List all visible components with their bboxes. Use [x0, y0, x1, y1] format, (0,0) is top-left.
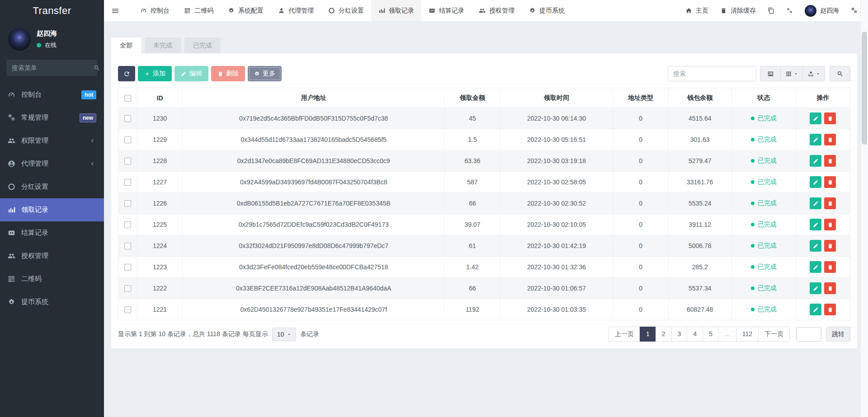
delete-row-button[interactable]: [824, 176, 836, 188]
nav-item-dividend[interactable]: 分红设置: [321, 0, 371, 21]
row-checkbox[interactable]: [124, 285, 131, 292]
records-card: 添加 编辑 删除 更多: [111, 53, 857, 348]
edit-button[interactable]: 编辑: [175, 66, 208, 81]
sidebar-item-qrcode[interactable]: 二维码: [0, 267, 104, 290]
edit-row-button[interactable]: [810, 112, 821, 124]
row-checkbox[interactable]: [124, 306, 131, 313]
table-search-input[interactable]: [668, 66, 756, 81]
delete-row-button[interactable]: [824, 155, 836, 167]
edit-row-button[interactable]: [810, 134, 821, 145]
row-checkbox[interactable]: [124, 179, 131, 186]
delete-row-button[interactable]: [824, 112, 836, 124]
edit-row-button[interactable]: [810, 261, 821, 273]
nav-item-authorization[interactable]: 授权管理: [472, 0, 522, 21]
tab-unfinished[interactable]: 未完成: [145, 37, 181, 53]
page-button-5[interactable]: 5: [703, 327, 719, 342]
scrollbar-thumb[interactable]: [862, 32, 867, 145]
nav-item-agent[interactable]: 代理管理: [271, 0, 321, 21]
row-checkbox[interactable]: [124, 221, 131, 228]
edit-row-button[interactable]: [810, 197, 821, 209]
copy-button[interactable]: [762, 0, 780, 21]
status-dot-icon: [751, 201, 755, 205]
delete-row-button[interactable]: [824, 304, 836, 315]
page-size-select[interactable]: 10: [272, 328, 297, 341]
row-checkbox[interactable]: [124, 136, 131, 143]
edit-row-button[interactable]: [810, 176, 821, 188]
nav-item-settlement-records[interactable]: 结算记录: [421, 0, 472, 21]
row-checkbox[interactable]: [124, 158, 131, 164]
sidebar-item-withdraw[interactable]: 提币系统: [0, 290, 104, 314]
pencil-icon: [813, 286, 819, 291]
cell-address-type: 0: [613, 214, 668, 235]
delete-row-button[interactable]: [824, 219, 836, 230]
row-checkbox[interactable]: [124, 200, 131, 207]
delete-row-button[interactable]: [824, 261, 836, 273]
sidebar-item-general[interactable]: 常规管理new: [0, 106, 104, 129]
search-button[interactable]: [830, 66, 850, 81]
menu-search-input[interactable]: [12, 64, 94, 71]
edit-row-button[interactable]: [810, 282, 821, 294]
caret-down-icon: [816, 72, 820, 76]
delete-row-button[interactable]: [824, 282, 836, 294]
sidebar-item-agent[interactable]: 代理管理: [0, 152, 104, 175]
add-button[interactable]: 添加: [138, 66, 172, 81]
jump-button[interactable]: 跳转: [826, 327, 850, 342]
delete-button[interactable]: 删除: [211, 66, 245, 81]
page-button-112[interactable]: 112: [736, 327, 759, 342]
next-page-button[interactable]: 下一页: [758, 327, 790, 342]
col-address-type: 地址类型: [613, 88, 668, 108]
delete-row-button[interactable]: [824, 240, 836, 252]
cell-address: 0x33EBF2CEE7316a12dE908Aab48512B41A9640d…: [183, 278, 445, 299]
nav-item-withdraw[interactable]: 提币系统: [522, 0, 572, 21]
delete-row-button[interactable]: [824, 197, 836, 209]
user-menu[interactable]: 赵四海: [799, 0, 845, 21]
sidebar-item-settlement-records[interactable]: 结算记录: [0, 221, 104, 244]
sidebar-item-claim-records[interactable]: 领取记录: [0, 198, 104, 221]
select-all-checkbox[interactable]: [124, 95, 131, 102]
clear-cache-button[interactable]: 清除缓存: [714, 0, 762, 21]
nav-item-qrcode[interactable]: 二维码: [177, 0, 221, 21]
nav-item-label: 控制台: [151, 7, 170, 15]
sidebar-item-label: 结算记录: [21, 229, 48, 237]
status-badge: 已完成: [751, 305, 777, 314]
prev-page-button[interactable]: 上一页: [609, 327, 640, 342]
cell-amount: 1.5: [445, 129, 500, 150]
row-checkbox[interactable]: [124, 264, 131, 271]
tab-finished[interactable]: 已完成: [184, 37, 221, 53]
nav-item-system-config[interactable]: 系统配置: [221, 0, 271, 21]
page-button-1[interactable]: 1: [640, 327, 656, 342]
fullscreen-button[interactable]: [780, 0, 799, 21]
page-button-3[interactable]: 3: [671, 327, 688, 342]
edit-row-button[interactable]: [810, 240, 821, 252]
sidebar-item-dashboard[interactable]: 控制台hot: [0, 83, 104, 106]
row-checkbox[interactable]: [124, 243, 131, 249]
edit-row-button[interactable]: [810, 219, 821, 230]
gears-icon: [8, 114, 15, 122]
jump-page-input[interactable]: [796, 327, 821, 342]
scrollbar[interactable]: [860, 0, 868, 417]
users-icon: [8, 252, 15, 260]
avatar[interactable]: [8, 28, 31, 51]
edit-row-button[interactable]: [810, 304, 821, 315]
more-button[interactable]: 更多: [248, 66, 282, 81]
sidebar-item-dividend[interactable]: 分红设置: [0, 175, 104, 198]
cell-actions: [796, 235, 850, 257]
refresh-button[interactable]: [118, 66, 135, 81]
sidebar-toggle-button[interactable]: [104, 0, 127, 21]
home-button[interactable]: 主页: [679, 0, 714, 21]
export-button[interactable]: [802, 66, 825, 81]
tab-all[interactable]: 全部: [111, 37, 141, 53]
nav-item-claim-records[interactable]: 领取记录: [371, 0, 421, 21]
row-checkbox[interactable]: [124, 115, 131, 122]
delete-row-button[interactable]: [824, 134, 836, 145]
page-button-2[interactable]: 2: [656, 327, 672, 342]
gear-icon: [228, 7, 235, 14]
cell-balance: 3911.12: [668, 214, 731, 235]
columns-button[interactable]: [780, 66, 803, 81]
sidebar-item-authorization[interactable]: 授权管理: [0, 244, 104, 267]
page-button-4[interactable]: 4: [687, 327, 703, 342]
edit-row-button[interactable]: [810, 155, 821, 167]
detail-view-button[interactable]: [760, 66, 781, 81]
sidebar-item-permission[interactable]: 权限管理: [0, 129, 104, 152]
nav-item-dashboard[interactable]: 控制台: [133, 0, 177, 21]
